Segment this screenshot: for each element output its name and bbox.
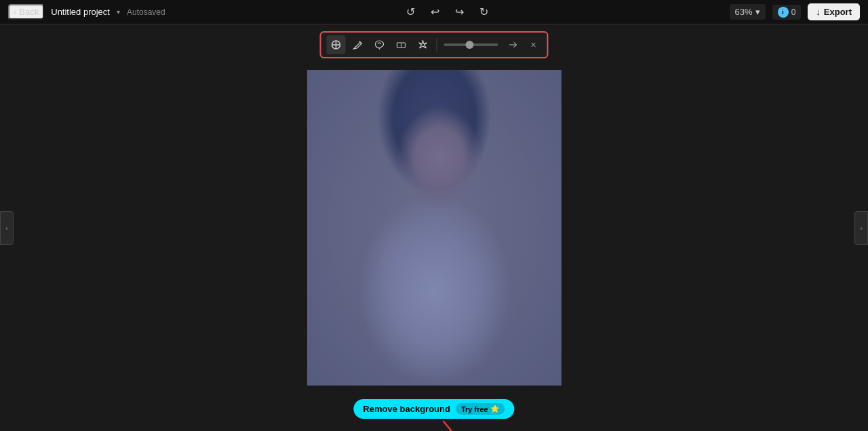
notifications-badge[interactable]: i 0 — [772, 5, 802, 20]
slider-thumb — [466, 41, 474, 49]
redo-button[interactable]: ↪ — [450, 3, 469, 22]
back-button[interactable]: ‹ Back — [8, 4, 44, 20]
svg-line-6 — [443, 421, 460, 431]
direction-tool-button[interactable] — [504, 35, 523, 54]
pen-icon — [353, 39, 363, 50]
right-panel-toggle[interactable]: › — [854, 211, 868, 245]
project-name[interactable]: Untitled project — [51, 7, 110, 17]
close-icon: × — [530, 39, 536, 50]
top-bar-left: ‹ Back Untitled project ▾ Autosaved — [8, 4, 165, 20]
notification-icon: i — [778, 7, 789, 18]
red-arrow-indicator — [437, 417, 464, 431]
chevron-down-icon[interactable]: ▾ — [117, 8, 120, 16]
export-button[interactable]: ↓ Export — [808, 3, 860, 20]
try-free-badge[interactable]: Try free ⭐ — [456, 403, 505, 415]
background-selection-overlay — [307, 70, 561, 386]
zoom-level: 63% — [735, 7, 753, 17]
main-canvas-area: ‹ › — [0, 24, 868, 431]
left-panel-toggle[interactable]: ‹ — [0, 211, 14, 245]
magic-icon — [418, 39, 429, 50]
back-arrow-icon: ‹ — [14, 7, 16, 17]
toolbar-close-button[interactable]: × — [526, 37, 542, 53]
canvas-container[interactable] — [307, 70, 561, 386]
refresh-button[interactable]: ↻ — [475, 3, 494, 22]
back-label: Back — [19, 7, 39, 17]
toolbar-divider — [437, 38, 437, 52]
remove-bg-label: Remove background — [363, 404, 450, 414]
history-controls: ↺ ↩ ↪ ↻ — [401, 3, 494, 22]
magic-tool-button[interactable] — [414, 35, 433, 54]
try-free-label: Try free — [461, 405, 488, 413]
direction-icon — [508, 39, 519, 50]
select-tool-button[interactable] — [327, 35, 346, 54]
top-bar: ‹ Back Untitled project ▾ Autosaved ↺ ↩ … — [0, 0, 868, 24]
floating-toolbar: × — [320, 31, 549, 58]
export-icon: ↓ — [816, 7, 821, 17]
zoom-chevron-icon: ▾ — [755, 7, 760, 17]
star-icon: ⭐ — [490, 405, 500, 413]
canvas-image — [307, 70, 561, 386]
undo-button[interactable]: ↩ — [426, 3, 445, 22]
autosaved-status: Autosaved — [127, 7, 165, 17]
export-label: Export — [824, 7, 852, 17]
zoom-control[interactable]: 63% ▾ — [730, 4, 766, 20]
reset-button[interactable]: ↺ — [401, 3, 420, 22]
brush-size-slider[interactable] — [444, 43, 498, 46]
right-arrow-icon: › — [860, 224, 863, 232]
notification-count: 0 — [791, 7, 796, 17]
pen-tool-button[interactable] — [349, 35, 368, 54]
left-arrow-icon: ‹ — [5, 224, 8, 232]
select-icon — [331, 39, 342, 50]
remove-background-tooltip: Remove background Try free ⭐ — [353, 399, 514, 419]
lasso-icon — [374, 39, 385, 50]
photo-scene — [307, 70, 561, 386]
lasso-tool-button[interactable] — [370, 35, 389, 54]
eraser-tool-button[interactable] — [392, 35, 411, 54]
top-bar-right: 63% ▾ i 0 ↓ Export — [730, 3, 860, 20]
eraser-icon — [396, 39, 407, 50]
